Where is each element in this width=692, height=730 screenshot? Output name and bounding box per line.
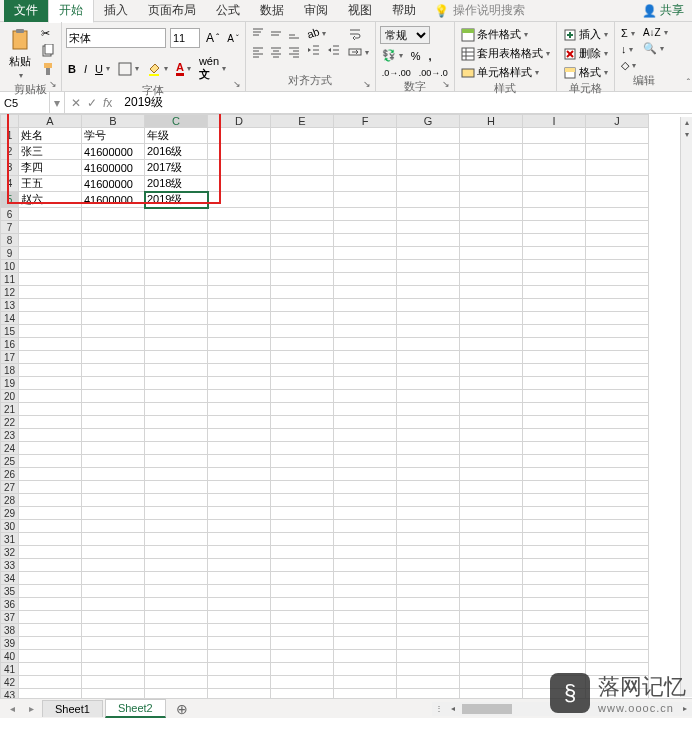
cell-H4[interactable] <box>460 176 523 192</box>
cell-A6[interactable] <box>19 208 82 221</box>
conditional-format-button[interactable]: 条件格式▾ <box>459 26 552 43</box>
cell-G12[interactable] <box>397 286 460 299</box>
cell-E18[interactable] <box>271 364 334 377</box>
cell-A20[interactable] <box>19 390 82 403</box>
cell-A42[interactable] <box>19 676 82 689</box>
cell-B3[interactable]: 41600000 <box>82 160 145 176</box>
cell-F13[interactable] <box>334 299 397 312</box>
cell-E39[interactable] <box>271 637 334 650</box>
cell-B29[interactable] <box>82 507 145 520</box>
cell-B5[interactable]: 41600000 <box>82 192 145 208</box>
cell-J25[interactable] <box>586 455 649 468</box>
cell-C18[interactable] <box>145 364 208 377</box>
row-header-10[interactable]: 10 <box>1 260 19 273</box>
tab-page-layout[interactable]: 页面布局 <box>138 0 206 22</box>
format-table-button[interactable]: 套用表格格式▾ <box>459 45 552 62</box>
cell-H28[interactable] <box>460 494 523 507</box>
cell-G40[interactable] <box>397 650 460 663</box>
cell-J34[interactable] <box>586 572 649 585</box>
cell-E4[interactable] <box>271 176 334 192</box>
cell-C12[interactable] <box>145 286 208 299</box>
cell-I20[interactable] <box>523 390 586 403</box>
cell-F30[interactable] <box>334 520 397 533</box>
cell-I28[interactable] <box>523 494 586 507</box>
cell-B38[interactable] <box>82 624 145 637</box>
cell-E16[interactable] <box>271 338 334 351</box>
cell-D5[interactable] <box>208 192 271 208</box>
col-header-C[interactable]: C <box>145 115 208 128</box>
cell-I8[interactable] <box>523 234 586 247</box>
decrease-indent-button[interactable] <box>305 42 323 58</box>
cell-H16[interactable] <box>460 338 523 351</box>
cell-G9[interactable] <box>397 247 460 260</box>
cell-H11[interactable] <box>460 273 523 286</box>
cell-I29[interactable] <box>523 507 586 520</box>
insert-cells-button[interactable]: 插入▾ <box>561 26 610 43</box>
fill-button[interactable]: ↓▾ <box>619 42 638 56</box>
cell-I11[interactable] <box>523 273 586 286</box>
cell-D26[interactable] <box>208 468 271 481</box>
cell-B32[interactable] <box>82 546 145 559</box>
cell-G14[interactable] <box>397 312 460 325</box>
cell-B7[interactable] <box>82 221 145 234</box>
cell-A16[interactable] <box>19 338 82 351</box>
cell-G30[interactable] <box>397 520 460 533</box>
cell-G33[interactable] <box>397 559 460 572</box>
cell-G22[interactable] <box>397 416 460 429</box>
cell-G15[interactable] <box>397 325 460 338</box>
cell-E38[interactable] <box>271 624 334 637</box>
cell-F11[interactable] <box>334 273 397 286</box>
cell-B6[interactable] <box>82 208 145 221</box>
tab-help[interactable]: 帮助 <box>382 0 426 22</box>
cell-B13[interactable] <box>82 299 145 312</box>
cell-B34[interactable] <box>82 572 145 585</box>
format-painter-button[interactable] <box>39 61 57 77</box>
cell-I1[interactable] <box>523 128 586 144</box>
hscroll-left[interactable]: ◂ <box>446 704 460 713</box>
cell-C2[interactable]: 2016级 <box>145 144 208 160</box>
cell-J6[interactable] <box>586 208 649 221</box>
cell-F6[interactable] <box>334 208 397 221</box>
cell-C32[interactable] <box>145 546 208 559</box>
cell-A29[interactable] <box>19 507 82 520</box>
align-bottom-button[interactable] <box>286 26 302 42</box>
cell-H38[interactable] <box>460 624 523 637</box>
cell-G38[interactable] <box>397 624 460 637</box>
cell-F29[interactable] <box>334 507 397 520</box>
cell-I15[interactable] <box>523 325 586 338</box>
cell-D19[interactable] <box>208 377 271 390</box>
sheet-nav-prev[interactable]: ◂ <box>4 703 21 714</box>
clear-button[interactable]: ◇▾ <box>619 58 638 73</box>
cell-H35[interactable] <box>460 585 523 598</box>
cell-F9[interactable] <box>334 247 397 260</box>
row-header-25[interactable]: 25 <box>1 455 19 468</box>
cell-I13[interactable] <box>523 299 586 312</box>
cell-E7[interactable] <box>271 221 334 234</box>
cell-I3[interactable] <box>523 160 586 176</box>
cell-G3[interactable] <box>397 160 460 176</box>
cell-H23[interactable] <box>460 429 523 442</box>
cell-D43[interactable] <box>208 689 271 699</box>
cell-H10[interactable] <box>460 260 523 273</box>
col-header-D[interactable]: D <box>208 115 271 128</box>
cell-D35[interactable] <box>208 585 271 598</box>
cell-C39[interactable] <box>145 637 208 650</box>
cell-E5[interactable] <box>271 192 334 208</box>
cell-J5[interactable] <box>586 192 649 208</box>
hscroll-thumb[interactable] <box>462 704 512 714</box>
spreadsheet-grid[interactable]: ABCDEFGHIJ1姓名学号年级2张三416000002016级3李四4160… <box>0 114 649 698</box>
cell-D17[interactable] <box>208 351 271 364</box>
cell-J10[interactable] <box>586 260 649 273</box>
cell-E3[interactable] <box>271 160 334 176</box>
cell-G39[interactable] <box>397 637 460 650</box>
col-header-B[interactable]: B <box>82 115 145 128</box>
cell-H27[interactable] <box>460 481 523 494</box>
cell-D28[interactable] <box>208 494 271 507</box>
cell-E2[interactable] <box>271 144 334 160</box>
cell-E26[interactable] <box>271 468 334 481</box>
cell-F4[interactable] <box>334 176 397 192</box>
cell-D29[interactable] <box>208 507 271 520</box>
cell-H26[interactable] <box>460 468 523 481</box>
cell-C16[interactable] <box>145 338 208 351</box>
cell-H22[interactable] <box>460 416 523 429</box>
